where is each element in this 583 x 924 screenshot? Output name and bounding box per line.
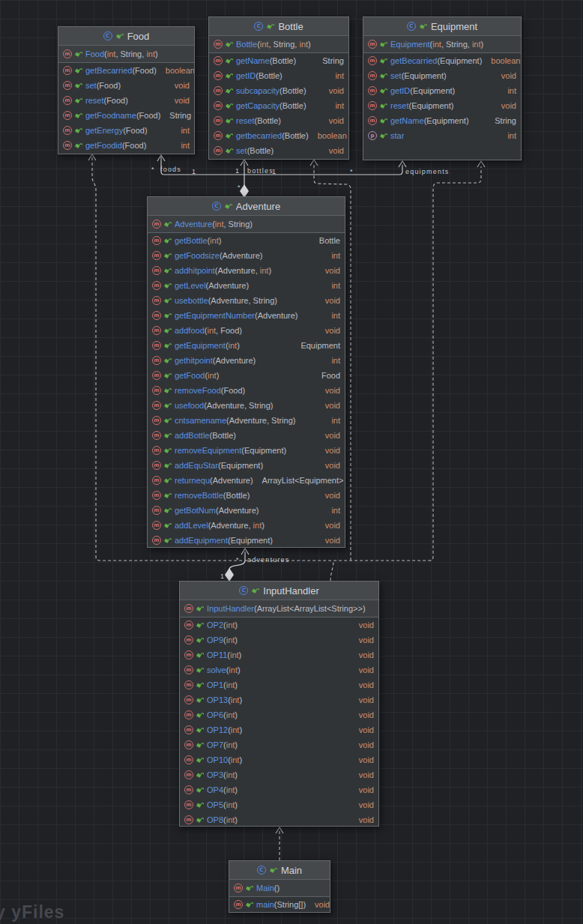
member-row[interactable]: mgetName(Bottle)String — [209, 53, 348, 68]
method-icon: m — [184, 785, 193, 794]
member-row[interactable]: mAdventure(int, String) — [148, 216, 345, 233]
member-row[interactable]: mOP2(int)void — [180, 617, 378, 632]
public-visibility-icon — [75, 97, 82, 104]
member-signature: set(Equipment) — [390, 71, 447, 80]
dependency-stub-inputhandler[interactable] — [330, 561, 333, 581]
member-row[interactable]: mOP5(int)void — [180, 797, 378, 812]
member-row[interactable]: pstarint — [363, 128, 521, 143]
class-box-bottle[interactable]: CBottlemBottle(int, String, int)mgetName… — [208, 16, 349, 160]
member-row[interactable]: mmain(String[])void — [229, 897, 330, 912]
member-row[interactable]: mgetBecarried(Food)boolean — [58, 63, 194, 78]
member-row[interactable]: mset(Bottle)void — [209, 143, 348, 158]
member-row[interactable]: mgetBotNum(Adventure)int — [148, 503, 345, 518]
public-visibility-icon — [196, 696, 204, 704]
member-signature: removeFood(Food) — [175, 386, 245, 395]
member-row[interactable]: mset(Food)void — [58, 78, 194, 93]
member-row[interactable]: mgethitpoint(Adventure)int — [148, 353, 345, 368]
member-row[interactable]: mOP8(int)void — [180, 812, 378, 827]
member-row[interactable]: mBottle(int, String, int) — [209, 36, 348, 53]
member-row[interactable]: mreset(Food)void — [58, 93, 194, 108]
member-params: () — [274, 884, 280, 893]
class-header[interactable]: CInputHandler — [180, 582, 378, 600]
member-row[interactable]: mgetID(Equipment)int — [363, 83, 521, 98]
class-box-main[interactable]: CMainmMain()mmain(String[])void — [229, 860, 330, 913]
member-row[interactable]: mgetBottle(int)Bottle — [148, 233, 345, 248]
member-row[interactable]: mOP3(int)void — [180, 767, 378, 782]
member-row[interactable]: msubcapacity(Bottle)void — [209, 83, 348, 98]
member-row[interactable]: mOP9(int)void — [180, 632, 378, 647]
edge-main-inputhandler[interactable] — [276, 827, 283, 860]
class-icon: C — [257, 866, 266, 875]
member-row[interactable]: mgetEquipmentNumber(Adventure)int — [148, 308, 345, 323]
member-row[interactable]: mgetEquipment(int)Equipment — [148, 338, 345, 353]
member-row[interactable]: mset(Equipment)void — [363, 68, 521, 83]
class-box-equipment[interactable]: CEquipmentmEquipment(int, String, int)mg… — [363, 16, 522, 160]
class-box-food[interactable]: CFoodmFood(int, String, int)mgetBecarrie… — [58, 26, 195, 154]
member-row[interactable]: maddLevel(Adventure, int)void — [148, 518, 345, 533]
member-row[interactable]: mgetbecarried(Bottle)boolean — [209, 128, 348, 143]
edge-inputhandler-adventures[interactable] — [225, 549, 249, 582]
class-title: Main — [281, 865, 302, 876]
member-row[interactable]: mremoveFood(Food)void — [148, 383, 345, 398]
member-row[interactable]: mOP7(int)void — [180, 737, 378, 752]
member-row[interactable]: mgetID(Bottle)int — [209, 68, 348, 83]
member-name: Bottle — [236, 40, 257, 49]
member-row[interactable]: mgetLevel(Adventure)int — [148, 278, 345, 293]
member-row[interactable]: mOP13(int)void — [180, 692, 378, 707]
public-visibility-icon — [75, 112, 82, 119]
member-row[interactable]: musefood(Adventure, String)void — [148, 398, 345, 413]
member-row[interactable]: mgetBecarried(Equipment)boolean — [363, 53, 521, 68]
class-header[interactable]: CAdventure — [148, 197, 345, 216]
member-signature: usefood(Adventure, String) — [175, 401, 274, 410]
class-box-inputhandler[interactable]: CInputHandlermInputHandler(ArrayList<Arr… — [179, 581, 379, 827]
member-params: (int) — [223, 635, 238, 644]
member-row[interactable]: mOP4(int)void — [180, 782, 378, 797]
member-row[interactable]: mInputHandler(ArrayList<ArrayList<String… — [180, 600, 378, 617]
member-row[interactable]: mOP11(int)void — [180, 647, 378, 662]
member-row[interactable]: mreset(Equipment)void — [363, 98, 521, 113]
member-row[interactable]: mgetFoodsize(Adventure)int — [148, 248, 345, 263]
member-name: main — [256, 900, 274, 909]
member-row[interactable]: maddhitpoint(Adventure, int)void — [148, 263, 345, 278]
class-header[interactable]: CFood — [58, 27, 194, 46]
member-row[interactable]: msolve(int)void — [180, 662, 378, 677]
member-name: removeBottle — [175, 491, 223, 500]
class-header[interactable]: CMain — [229, 861, 330, 880]
member-row[interactable]: mOP10(int)void — [180, 752, 378, 767]
member-row[interactable]: musebottle(Adventure, String)void — [148, 293, 345, 308]
member-row[interactable]: mgetEnergy(Food)int — [58, 123, 194, 138]
member-row[interactable]: maddBottle(Bottle)void — [148, 428, 345, 443]
member-row[interactable]: mgetFoodname(Food)String — [58, 108, 194, 123]
member-row[interactable]: mOP6(int)void — [180, 707, 378, 722]
member-row[interactable]: mremoveEquipment(Equipment)void — [148, 443, 345, 458]
member-params: (String[]) — [274, 900, 306, 909]
class-header[interactable]: CEquipment — [363, 17, 521, 36]
member-return-type: void — [319, 536, 340, 545]
member-row[interactable]: mMain() — [229, 880, 330, 897]
member-signature: addLevel(Adventure, int) — [175, 521, 265, 530]
member-row[interactable]: maddEquipment(Equipment)void — [148, 533, 345, 548]
member-return-type: int — [175, 126, 190, 135]
class-header[interactable]: CBottle — [209, 17, 348, 36]
member-row[interactable]: mreset(Bottle)void — [209, 113, 348, 128]
member-row[interactable]: mOP12(int)void — [180, 722, 378, 737]
member-row[interactable]: mgetName(Equipment)String — [363, 113, 521, 128]
method-icon: m — [152, 296, 161, 305]
edge-adventure-aggregations[interactable] — [157, 155, 406, 198]
member-row[interactable]: mEquipment(int, String, int) — [363, 36, 521, 53]
member-row[interactable]: mgetFood(int)Food — [148, 368, 345, 383]
member-row[interactable]: mFood(int, String, int) — [58, 46, 194, 63]
member-return-type: void — [353, 635, 374, 644]
member-row[interactable]: mremoveBottle(Bottle)void — [148, 488, 345, 503]
member-row[interactable]: mgetFoodid(Food)int — [58, 138, 194, 153]
member-row[interactable]: mOP1(int)void — [180, 677, 378, 692]
method-icon: m — [152, 431, 161, 440]
public-visibility-icon — [246, 901, 253, 908]
member-row[interactable]: maddEquStar(Equipment)void — [148, 458, 345, 473]
member-row[interactable]: mreturnequ(Adventure)ArrayList<Equipment… — [148, 473, 345, 488]
class-box-adventure[interactable]: CAdventuremAdventure(int, String)mgetBot… — [147, 196, 345, 548]
member-row[interactable]: mgetCapacity(Bottle)int — [209, 98, 348, 113]
member-row[interactable]: maddfood(int, Food)void — [148, 323, 345, 338]
member-params: (Bottle) — [223, 491, 250, 500]
member-row[interactable]: mcntsamename(Adventure, String)int — [148, 413, 345, 428]
